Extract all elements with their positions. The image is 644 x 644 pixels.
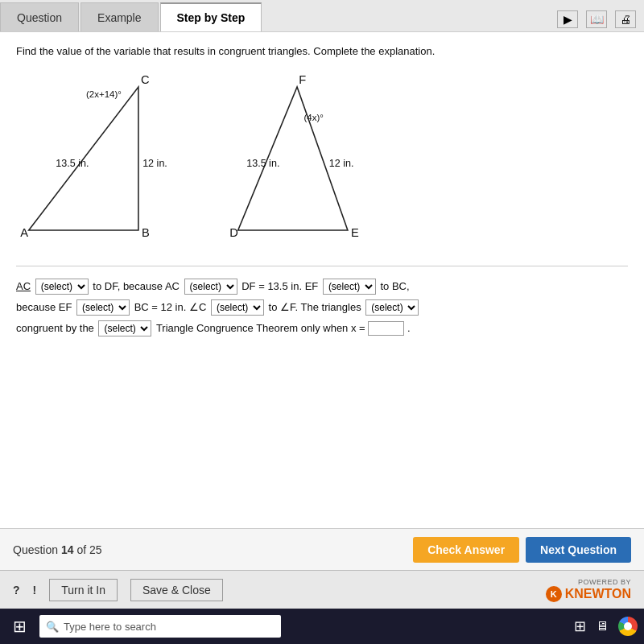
triangles-area: A B C (2x+14)° 13.5 in. 12 in. D xyxy=(16,70,628,250)
turn-it-in-button[interactable]: Turn it In xyxy=(49,579,118,601)
start-button[interactable]: ⊞ xyxy=(6,613,33,639)
knewton-brand: K KNEWTON xyxy=(546,586,631,602)
svg-text:B: B xyxy=(142,226,150,239)
powered-by-text: POWERED BY xyxy=(578,578,631,586)
svg-text:12 in.: 12 in. xyxy=(142,158,167,169)
exp-text3: DF = 13.5 in. EF xyxy=(242,280,318,292)
triangle-left-svg: A B C (2x+14)° 13.5 in. 12 in. xyxy=(16,70,193,247)
triangle-right-svg: D E F (4x)° 13.5 in. 12 in. xyxy=(225,70,402,247)
question-mark-button[interactable]: ? xyxy=(13,584,20,597)
play-icon[interactable]: ▶ xyxy=(557,10,578,28)
svg-text:E: E xyxy=(351,226,359,239)
knewton-name-text: KNEWTON xyxy=(565,587,631,601)
tab-bar: Question Example Step by Step ▶ 📖 🖨 xyxy=(0,0,644,32)
svg-text:D: D xyxy=(229,226,238,239)
exp-text6: BC = 12 in. ∠C xyxy=(134,301,207,313)
tab-question[interactable]: Question xyxy=(0,2,79,31)
counter-current: 14 xyxy=(61,543,74,556)
tab-actions: ▶ 📖 🖨 xyxy=(557,10,644,31)
explanation: AC (select) to DF, because AC (select) D… xyxy=(16,266,628,339)
exp-text2: to DF, because AC xyxy=(93,280,180,292)
counter-of: of xyxy=(76,543,86,556)
bottom-bar: Question 14 of 25 Check Answer Next Ques… xyxy=(0,528,644,570)
question-counter: Question 14 of 25 xyxy=(13,543,102,556)
svg-text:F: F xyxy=(299,73,306,86)
counter-total: 25 xyxy=(89,543,102,556)
taskbar-right: ⊞ 🖥 xyxy=(574,617,638,636)
select-5[interactable]: (select) xyxy=(211,299,264,316)
next-question-button[interactable]: Next Question xyxy=(526,537,631,563)
check-answer-button[interactable]: Check Answer xyxy=(413,537,519,563)
triangle-left: A B C (2x+14)° 13.5 in. 12 in. xyxy=(16,70,193,250)
search-icon: 🔍 xyxy=(46,621,59,633)
select-2[interactable]: (select) xyxy=(184,279,237,295)
exp-text4: to BC, xyxy=(381,280,410,292)
save-close-button[interactable]: Save & Close xyxy=(130,579,223,601)
svg-text:12 in.: 12 in. xyxy=(329,158,354,169)
triangle-right: D E F (4x)° 13.5 in. 12 in. xyxy=(225,70,402,250)
search-placeholder: Type here to search xyxy=(64,621,156,633)
exp-text5: because EF xyxy=(16,301,72,313)
svg-text:A: A xyxy=(20,226,28,239)
exp-text7: to ∠F. The triangles xyxy=(269,301,361,313)
select-6[interactable]: (select) xyxy=(365,299,419,316)
exp-text9: Triangle Congruence Theorem only when x … xyxy=(156,322,365,334)
taskbar-windows-icon[interactable]: ⊞ xyxy=(574,617,586,635)
taskbar-monitor-icon[interactable]: 🖥 xyxy=(596,619,609,634)
svg-text:(2x+14)°: (2x+14)° xyxy=(86,89,122,99)
select-4[interactable]: (select) xyxy=(76,299,130,316)
exclamation-button[interactable]: ! xyxy=(33,584,37,597)
svg-text:13.5 in.: 13.5 in. xyxy=(246,158,279,169)
print-icon[interactable]: 🖨 xyxy=(615,10,636,28)
exp-period: . xyxy=(407,322,411,334)
exp-text8: congruent by the xyxy=(16,322,94,334)
knewton-logo: POWERED BY K KNEWTON xyxy=(546,578,631,602)
chrome-icon[interactable] xyxy=(618,617,638,636)
tab-step-by-step[interactable]: Step by Step xyxy=(160,2,262,31)
select-7[interactable]: (select) xyxy=(98,320,151,336)
x-value-input[interactable] xyxy=(368,321,404,336)
svg-text:(4x)°: (4x)° xyxy=(303,113,323,122)
select-1[interactable]: (select) xyxy=(35,279,89,295)
select-3[interactable]: (select) xyxy=(323,279,376,295)
bottom-buttons: Check Answer Next Question xyxy=(413,537,631,563)
svg-text:C: C xyxy=(141,73,150,86)
app-container: Question Example Step by Step ▶ 📖 🖨 Find… xyxy=(0,0,644,644)
tab-example[interactable]: Example xyxy=(80,2,158,31)
action-bar: ? ! Turn it In Save & Close POWERED BY K… xyxy=(0,570,644,609)
question-text: Find the value of the variable that resu… xyxy=(16,45,628,57)
explanation-ac: AC xyxy=(16,280,31,292)
knewton-icon: K xyxy=(546,586,562,602)
taskbar: ⊞ 🔍 Type here to search ⊞ 🖥 xyxy=(0,609,644,644)
counter-label: Question xyxy=(13,543,58,556)
search-bar[interactable]: 🔍 Type here to search xyxy=(39,615,281,638)
main-content: Find the value of the variable that resu… xyxy=(0,32,644,528)
book-icon[interactable]: 📖 xyxy=(586,10,607,28)
svg-text:13.5 in.: 13.5 in. xyxy=(56,158,89,169)
